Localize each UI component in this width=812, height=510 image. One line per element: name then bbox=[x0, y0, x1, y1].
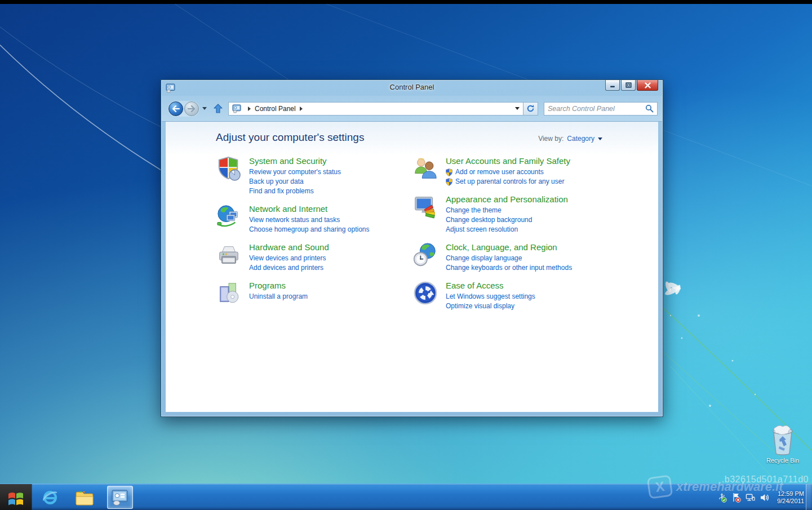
category-title[interactable]: Programs bbox=[249, 281, 308, 290]
category-link[interactable]: Optimize visual display bbox=[446, 301, 535, 311]
appearance-icon[interactable] bbox=[412, 194, 438, 220]
user-accounts-icon[interactable] bbox=[412, 156, 438, 181]
network-icon[interactable] bbox=[746, 493, 756, 503]
uac-shield-icon bbox=[446, 168, 452, 176]
category-title[interactable]: Network and Internet bbox=[249, 204, 369, 214]
category-link[interactable]: Find and fix problems bbox=[249, 187, 341, 196]
navigation-toolbar: Control Panel bbox=[162, 96, 662, 122]
minimize-icon bbox=[610, 83, 615, 88]
categories-right-column: User Accounts and Family Safety Add or r… bbox=[412, 156, 615, 318]
back-button[interactable] bbox=[168, 101, 183, 116]
back-arrow-icon bbox=[172, 105, 180, 112]
categories-left-column: System and Security Review your computer… bbox=[216, 156, 402, 313]
category-link[interactable]: Add devices and printers bbox=[249, 263, 329, 273]
view-by-label: View by: bbox=[538, 135, 563, 143]
category-link[interactable]: Uninstall a program bbox=[249, 292, 308, 301]
volume-icon[interactable] bbox=[760, 493, 770, 503]
category-hardware-and-sound: Hardware and Sound View devices and prin… bbox=[216, 242, 402, 273]
breadcrumb-expand-icon[interactable] bbox=[300, 107, 303, 111]
category-programs: Programs Uninstall a program bbox=[216, 280, 402, 306]
clock-language-region-icon[interactable] bbox=[412, 242, 438, 268]
search-icon[interactable] bbox=[645, 104, 654, 113]
uac-shield-icon bbox=[446, 178, 452, 186]
hardware-and-sound-icon[interactable] bbox=[216, 242, 242, 268]
taskbar-control-panel-active[interactable] bbox=[107, 486, 133, 509]
minimize-button[interactable] bbox=[605, 80, 620, 91]
title-bar[interactable]: Control Panel bbox=[161, 80, 663, 96]
category-link[interactable]: Change display language bbox=[446, 254, 572, 263]
view-by-value[interactable]: Category bbox=[567, 135, 594, 143]
maximize-icon bbox=[625, 82, 632, 88]
network-and-internet-icon[interactable] bbox=[216, 203, 242, 229]
address-bar-group: Control Panel bbox=[228, 102, 538, 116]
category-ease-of-access: Ease of Access Let Windows suggest setti… bbox=[412, 280, 615, 311]
search-input[interactable] bbox=[548, 105, 645, 113]
close-icon bbox=[644, 82, 651, 88]
category-title[interactable]: System and Security bbox=[249, 156, 341, 166]
back-forward-group bbox=[168, 101, 199, 117]
category-link[interactable]: Choose homegroup and sharing options bbox=[249, 225, 369, 234]
forward-arrow-icon bbox=[188, 105, 196, 112]
breadcrumb-control-panel[interactable]: Control Panel bbox=[255, 105, 296, 113]
category-title[interactable]: Appearance and Personalization bbox=[446, 194, 568, 204]
category-link[interactable]: View devices and printers bbox=[249, 254, 329, 263]
close-button[interactable] bbox=[637, 80, 658, 91]
recent-pages-chevron[interactable] bbox=[202, 107, 207, 110]
clock-time: 12:59 PM bbox=[777, 490, 804, 498]
up-button[interactable] bbox=[212, 103, 224, 114]
category-link[interactable]: Add or remove user accounts bbox=[455, 167, 544, 177]
taskbar-clock[interactable]: 12:59 PM 9/24/2011 bbox=[777, 490, 804, 505]
control-panel-window: Control Panel bbox=[161, 79, 663, 417]
show-desktop-button[interactable] bbox=[806, 484, 812, 510]
category-title[interactable]: Hardware and Sound bbox=[249, 242, 329, 252]
page-title: Adjust your computer's settings bbox=[216, 131, 364, 144]
forward-button[interactable] bbox=[184, 101, 199, 116]
safely-remove-hardware-icon[interactable] bbox=[717, 493, 727, 503]
system-tray: 12:59 PM 9/24/2011 bbox=[717, 484, 804, 510]
maximize-button[interactable] bbox=[621, 80, 636, 91]
recycle-bin[interactable]: Recycle Bin bbox=[762, 424, 804, 464]
taskbar-file-explorer[interactable] bbox=[73, 486, 96, 509]
taskbar-control-panel-icon bbox=[111, 489, 129, 506]
category-clock-language-and-region: Clock, Language, and Region Change displ… bbox=[412, 242, 615, 273]
folder-icon bbox=[75, 489, 94, 506]
action-center-flag-icon[interactable] bbox=[731, 493, 742, 503]
ease-of-access-icon[interactable] bbox=[412, 280, 438, 306]
recycle-bin-label: Recycle Bin bbox=[762, 457, 804, 464]
category-appearance-and-personalization: Appearance and Personalization Change th… bbox=[412, 194, 615, 234]
category-system-and-security: System and Security Review your computer… bbox=[216, 156, 402, 196]
refresh-button[interactable] bbox=[523, 102, 538, 116]
category-title[interactable]: Clock, Language, and Region bbox=[446, 242, 572, 252]
category-link[interactable]: Change keyboards or other input methods bbox=[446, 263, 572, 273]
view-by-control: View by: Category bbox=[538, 135, 602, 143]
system-and-security-icon[interactable] bbox=[216, 156, 242, 181]
start-button[interactable] bbox=[0, 484, 32, 510]
breadcrumb-separator-icon[interactable] bbox=[248, 107, 251, 111]
address-dropdown-caret[interactable] bbox=[515, 107, 520, 110]
category-link[interactable]: Set up parental controls for any user bbox=[455, 177, 564, 187]
category-link[interactable]: View network status and tasks bbox=[249, 215, 369, 225]
view-by-caret-icon[interactable] bbox=[598, 138, 602, 140]
internet-explorer-icon bbox=[41, 489, 59, 507]
taskbar-internet-explorer[interactable] bbox=[38, 486, 62, 509]
address-bar[interactable]: Control Panel bbox=[228, 102, 523, 116]
category-link[interactable]: Back up your data bbox=[249, 177, 341, 187]
category-link[interactable]: Review your computer's status bbox=[249, 167, 341, 177]
control-panel-content: Adjust your computer's settings View by:… bbox=[166, 122, 658, 412]
search-box[interactable] bbox=[544, 102, 658, 116]
category-link[interactable]: Change the theme bbox=[446, 206, 568, 215]
category-title[interactable]: User Accounts and Family Safety bbox=[446, 156, 570, 166]
refresh-icon bbox=[526, 104, 535, 113]
up-arrow-icon bbox=[212, 103, 224, 114]
category-link[interactable]: Let Windows suggest settings bbox=[446, 292, 535, 301]
windows-logo-icon bbox=[7, 490, 24, 505]
recycle-bin-icon bbox=[768, 424, 797, 456]
category-link[interactable]: Adjust screen resolution bbox=[446, 225, 568, 234]
category-link[interactable]: Change desktop background bbox=[446, 215, 568, 225]
window-title: Control Panel bbox=[390, 83, 434, 91]
category-title[interactable]: Ease of Access bbox=[446, 281, 535, 290]
category-user-accounts-and-family-safety: User Accounts and Family Safety Add or r… bbox=[412, 156, 615, 187]
window-control-panel-icon bbox=[166, 83, 176, 93]
programs-icon[interactable] bbox=[216, 280, 242, 306]
clock-date: 9/24/2011 bbox=[777, 498, 804, 505]
